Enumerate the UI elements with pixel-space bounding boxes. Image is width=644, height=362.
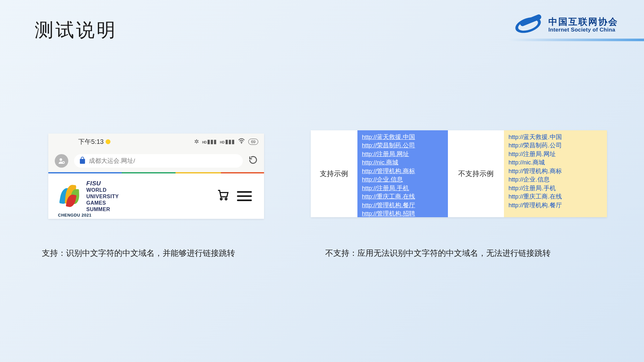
list-item[interactable]: http://注册局.手机 (362, 184, 443, 192)
list-item: http://管理机构.商标 (508, 167, 602, 175)
signal-2-icon: HD▮▮▮ (220, 138, 234, 145)
menu-icon[interactable] (237, 191, 252, 201)
phone-mockup: 下午5:13 ✲ HD▮▮▮ HD▮▮▮ 69 成都大运会.网址/ (48, 134, 264, 219)
fisu-line1: WORLD (86, 187, 119, 193)
caption-supported: 支持：识别中文字符的中文域名，并能够进行链接跳转 (42, 248, 235, 258)
support-label: 支持示例 (311, 130, 357, 217)
svg-point-1 (60, 158, 62, 161)
status-dot-icon (106, 139, 110, 144)
profile-icon[interactable] (55, 154, 68, 168)
examples-table: 支持示例 http://蓝天救援.中国 http://荣昌制药.公司 http:… (311, 130, 607, 217)
svg-point-0 (241, 143, 242, 144)
cart-icon[interactable] (216, 188, 229, 204)
list-item[interactable]: http://蓝天救援.中国 (362, 133, 443, 141)
list-item: http://重庆工商.在线 (508, 192, 602, 201)
list-item: http://管理机构.餐厅 (508, 201, 602, 209)
page-content: CHENGDU 2021 FISU WORLD UNIVERSITY GAMES… (48, 173, 264, 219)
list-item: http://蓝天救援.中国 (508, 133, 602, 141)
list-item[interactable]: http://注册局.网址 (362, 150, 443, 158)
wifi-icon (238, 138, 245, 145)
list-item[interactable]: http://管理机构.招聘 (362, 209, 443, 217)
slide-title: 测试说明 (35, 18, 117, 43)
caption-unsupported: 不支持：应用无法识别中文字符的中文域名，无法进行链接跳转 (325, 248, 551, 258)
fisu-line4: SUMMER (86, 206, 119, 213)
svg-point-4 (225, 198, 227, 200)
list-item: http://荣昌制药.公司 (508, 141, 602, 150)
supported-links: http://蓝天救援.中国 http://荣昌制药.公司 http://注册局… (357, 130, 448, 217)
site-bag-icon (79, 157, 86, 165)
list-item[interactable]: http://管理机构.商标 (362, 167, 443, 175)
phone-statusbar: 下午5:13 ✲ HD▮▮▮ HD▮▮▮ 69 (48, 134, 264, 150)
fisu-line2: UNIVERSITY (86, 193, 119, 200)
isc-name-en: Internet Society of China (548, 27, 618, 33)
list-item: http://注册局.手机 (508, 184, 602, 192)
fisu-flame-icon: CHENGDU 2021 (61, 185, 80, 208)
svg-point-3 (220, 198, 222, 200)
fisu-logo: CHENGDU 2021 FISU WORLD UNIVERSITY GAMES… (61, 180, 119, 213)
list-item: http://企业.信息 (508, 175, 602, 184)
isc-name-cn: 中国互联网协会 (548, 17, 618, 27)
isc-mark-icon (515, 16, 541, 34)
isc-logo: 中国互联网协会 Internet Society of China (515, 16, 618, 34)
list-item[interactable]: http://重庆工商.在线 (362, 192, 443, 201)
bluetooth-icon: ✲ (194, 138, 199, 145)
fisu-line3: GAMES (86, 200, 119, 206)
list-item[interactable]: http://企业.信息 (362, 175, 443, 184)
list-item: http://nic.商城 (508, 158, 602, 167)
list-item[interactable]: http://nic.商城 (362, 158, 443, 167)
reload-icon[interactable] (249, 155, 258, 167)
status-time: 下午5:13 (78, 137, 104, 146)
list-item[interactable]: http://荣昌制药.公司 (362, 141, 443, 150)
list-item[interactable]: http://管理机构.餐厅 (362, 201, 443, 209)
phone-navbar: 成都大运会.网址/ (48, 150, 264, 172)
address-bar[interactable]: 成都大运会.网址/ (74, 154, 243, 168)
signal-1-icon: HD▮▮▮ (202, 138, 217, 145)
list-item: http://注册局.网址 (508, 150, 602, 158)
unsupport-label: 不支持示例 (448, 130, 504, 217)
fisu-tag: CHENGDU 2021 (58, 213, 91, 218)
unsupported-links: http://蓝天救援.中国 http://荣昌制药.公司 http://注册局… (504, 130, 607, 217)
fisu-brand: FISU (86, 180, 119, 187)
address-text: 成都大运会.网址/ (89, 157, 135, 165)
battery-indicator: 69 (248, 139, 258, 145)
header-accent-bar (509, 39, 644, 41)
